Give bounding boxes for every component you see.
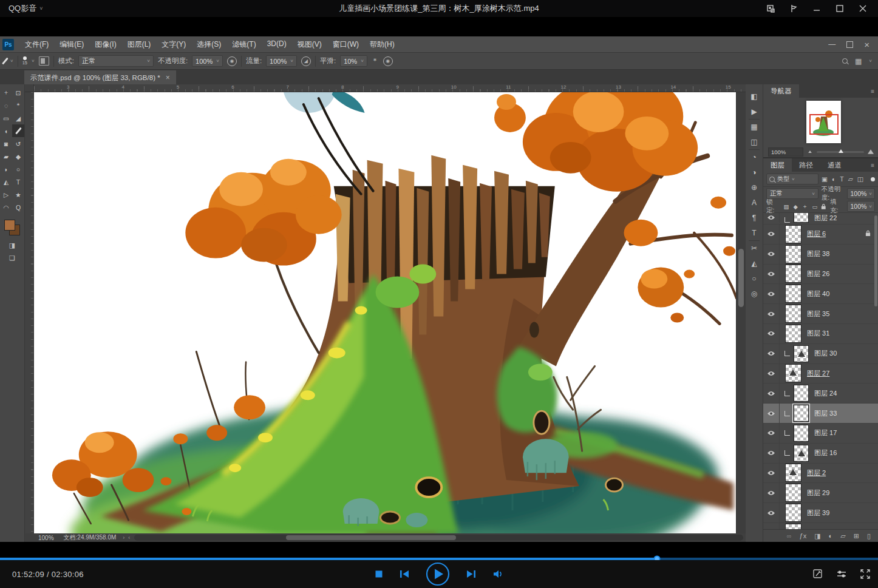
quick-selection-tool[interactable]: ＊: [12, 99, 24, 112]
layer-row[interactable]: 图层 24: [763, 384, 878, 404]
healing-brush-tool[interactable]: ◖: [0, 124, 12, 137]
brush-preset-picker[interactable]: 15: [22, 56, 27, 66]
layer-name[interactable]: 图层 26: [807, 269, 829, 279]
shape-tool[interactable]: ★: [12, 188, 24, 201]
menu-item-0[interactable]: 文件(F): [19, 39, 54, 50]
shapes-icon[interactable]: ◭: [751, 260, 757, 267]
adjustments-icon[interactable]: ◔: [752, 154, 756, 161]
menu-item-2[interactable]: 图像(I): [89, 39, 121, 50]
blur-tool[interactable]: ◗: [0, 163, 12, 175]
filter-type-layers-icon[interactable]: T: [840, 175, 843, 183]
foreground-color-swatch[interactable]: [4, 220, 15, 231]
quick-mask-icon[interactable]: ◨: [9, 242, 15, 249]
layer-row[interactable]: 图层 22: [763, 213, 878, 225]
filter-pixel-layers-icon[interactable]: ▣: [822, 175, 828, 183]
layer-row[interactable]: 图层 31: [763, 324, 878, 344]
menu-item-6[interactable]: 滤镜(T): [226, 39, 261, 50]
layer-name[interactable]: 图层 29: [807, 488, 829, 498]
layer-name[interactable]: 图层 40: [807, 289, 829, 299]
layer-opacity-select[interactable]: 100% ˅: [847, 188, 875, 199]
layer-name[interactable]: 图层 6: [807, 229, 826, 238]
layer-thumbnail[interactable]: [785, 325, 801, 343]
lock-icon[interactable]: [821, 203, 826, 210]
lasso-tool[interactable]: ◌: [0, 99, 12, 112]
layer-visibility-toggle[interactable]: [763, 483, 780, 502]
layer-thumbnail[interactable]: [785, 285, 801, 303]
layer-row[interactable]: 图层 40: [763, 284, 878, 304]
clone-source-icon[interactable]: ⊕: [751, 184, 757, 191]
next-button[interactable]: [466, 569, 477, 579]
smoothing-select[interactable]: 10% ˅: [340, 55, 367, 67]
adjustment-layer-icon[interactable]: ◐: [829, 533, 833, 539]
layer-thumbnail[interactable]: [785, 305, 801, 323]
dodge-tool[interactable]: ○: [12, 163, 24, 175]
panel-menu-icon[interactable]: ≡: [871, 158, 878, 172]
layer-row[interactable]: 图层 30: [763, 344, 878, 364]
character-icon[interactable]: A: [752, 199, 757, 206]
layer-filter-select[interactable]: 类型 ˅: [766, 174, 818, 184]
toggle-brush-panel-icon[interactable]: [39, 56, 49, 66]
layer-visibility-toggle[interactable]: [763, 523, 780, 529]
layer-name[interactable]: 图层 35: [807, 309, 829, 319]
layer-row[interactable]: 图层 2: [763, 464, 878, 484]
workspace-switcher-icon[interactable]: ▦: [855, 57, 862, 66]
brush-tool[interactable]: [12, 124, 24, 137]
swatches-icon[interactable]: ▦: [750, 123, 757, 130]
layer-visibility-toggle[interactable]: [763, 404, 780, 423]
layer-row[interactable]: 图层 6: [763, 225, 878, 245]
layer-row[interactable]: 图层 29: [763, 483, 878, 503]
layer-row[interactable]: 图层 38: [763, 245, 878, 265]
filter-toggle-icon[interactable]: [871, 177, 875, 181]
layers-scrollbar-thumb[interactable]: [874, 215, 877, 306]
lock-paint-icon[interactable]: ◆: [794, 203, 798, 210]
tab-路径[interactable]: 路径: [792, 158, 820, 172]
new-layer-icon[interactable]: ⊞: [854, 533, 859, 539]
volume-button[interactable]: [492, 569, 503, 579]
ruler-origin[interactable]: [25, 84, 34, 92]
layer-thumbnail[interactable]: [794, 345, 809, 362]
layer-fill-select[interactable]: 100% ˅: [847, 201, 875, 212]
layer-row[interactable]: 图层 26: [763, 265, 878, 285]
layer-visibility-toggle[interactable]: [763, 245, 780, 264]
ps-restore-button[interactable]: [846, 41, 853, 48]
document-canvas[interactable]: [34, 92, 736, 533]
layer-row[interactable]: 图层 39: [763, 503, 878, 523]
mini-mode-button[interactable]: [761, 1, 780, 16]
status-zoom-level[interactable]: 100%: [33, 535, 59, 541]
zoom-slider-thumb[interactable]: [839, 149, 843, 153]
history-brush-tool[interactable]: ↺: [12, 137, 24, 150]
layer-row[interactable]: 图层 27: [763, 364, 878, 384]
tab-图层[interactable]: 图层: [763, 158, 792, 172]
close-button[interactable]: [854, 1, 872, 16]
layer-row[interactable]: 图层 33: [763, 404, 878, 424]
layer-visibility-toggle[interactable]: [763, 364, 780, 384]
type-tool[interactable]: T: [12, 175, 24, 188]
tab-close-icon[interactable]: ×: [166, 73, 170, 82]
layer-thumbnail[interactable]: [794, 405, 809, 422]
info-icon[interactable]: ◎: [751, 290, 757, 297]
layer-name[interactable]: 图层 38: [807, 249, 829, 259]
delete-layer-icon[interactable]: ▯: [867, 533, 871, 539]
menu-item-4[interactable]: 文字(Y): [156, 39, 191, 50]
search-icon[interactable]: ○: [752, 275, 756, 282]
layer-name[interactable]: 图层 39: [807, 509, 829, 518]
hand-tool[interactable]: ◠: [0, 201, 12, 214]
layer-name[interactable]: 图层 30: [814, 349, 837, 358]
link-layers-icon[interactable]: ∞: [787, 533, 792, 539]
layer-visibility-toggle[interactable]: [763, 464, 780, 483]
path-select-tool[interactable]: ▷: [0, 188, 12, 201]
status-popup-icon[interactable]: ‹: [126, 535, 132, 541]
layer-visibility-toggle[interactable]: [763, 384, 780, 403]
layer-thumbnail[interactable]: [785, 524, 801, 529]
screenshot-button[interactable]: [812, 569, 823, 580]
zoom-in-icon[interactable]: [868, 149, 874, 154]
layer-row[interactable]: 图层 35: [763, 304, 878, 324]
layer-visibility-toggle[interactable]: [763, 444, 780, 463]
marquee-tool[interactable]: ⊡: [12, 86, 24, 99]
layer-name[interactable]: 图层 24: [814, 389, 837, 398]
actions-icon[interactable]: ▶: [751, 108, 757, 115]
chevron-down-icon[interactable]: ˅: [10, 58, 13, 64]
layer-thumbnail[interactable]: [785, 225, 801, 243]
tab-navigator[interactable]: 导航器: [763, 84, 799, 98]
menu-item-3[interactable]: 图层(L): [122, 39, 157, 50]
